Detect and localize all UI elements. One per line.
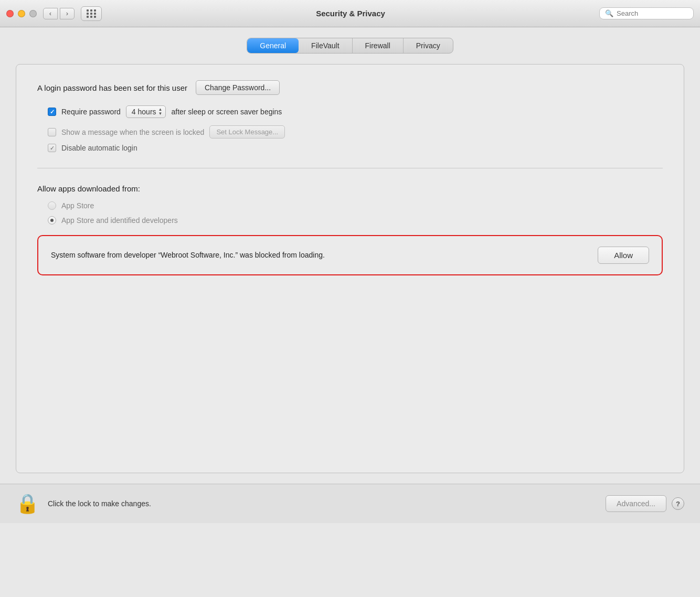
minimize-button[interactable] [18, 10, 25, 17]
app-store-identified-radio[interactable] [48, 216, 56, 225]
lock-text: Click the lock to make changes. [48, 499, 151, 508]
password-time-value: 4 hours [132, 108, 156, 116]
password-row: A login password has been set for this u… [37, 80, 663, 95]
back-button[interactable]: ‹ [43, 8, 58, 19]
tab-general[interactable]: General [247, 38, 299, 53]
panel: A login password has been set for this u… [16, 64, 684, 473]
require-password-row: Require password 4 hours ▲▼ after sleep … [48, 105, 663, 118]
disable-autologin-checkbox[interactable] [48, 144, 56, 152]
allow-apps-section: Allow apps downloaded from: App Store Ap… [37, 184, 663, 225]
lock-icon[interactable]: 🔒 [16, 493, 39, 515]
show-message-row: Show a message when the screen is locked… [48, 125, 663, 138]
dropdown-arrows-icon: ▲▼ [158, 108, 163, 116]
allow-button[interactable]: Allow [598, 247, 649, 264]
alert-box: System software from developer “Webroot … [37, 235, 663, 275]
footer-left: 🔒 Click the lock to make changes. [16, 493, 151, 515]
password-label: A login password has been set for this u… [37, 83, 187, 92]
divider [37, 168, 663, 168]
titlebar: ‹ › Security & Privacy 🔍 [0, 0, 700, 27]
show-message-label: Show a message when the screen is locked [61, 128, 204, 136]
grid-icon [87, 9, 97, 18]
tabs-row: General FileVault Firewall Privacy [16, 38, 684, 54]
footer-right: Advanced... ? [606, 495, 684, 512]
maximize-button[interactable] [29, 10, 37, 17]
app-store-label: App Store [61, 201, 94, 210]
require-password-suffix: after sleep or screen saver begins [171, 108, 282, 116]
alert-text: System software from developer “Webroot … [51, 250, 325, 261]
main-content: General FileVault Firewall Privacy A log… [0, 27, 700, 484]
app-store-identified-radio-row: App Store and identified developers [48, 216, 663, 225]
password-time-dropdown[interactable]: 4 hours ▲▼ [126, 105, 166, 118]
tab-firewall[interactable]: Firewall [353, 38, 404, 53]
require-password-label: Require password [61, 108, 121, 116]
close-button[interactable] [6, 10, 14, 17]
tab-privacy[interactable]: Privacy [404, 38, 453, 53]
disable-autologin-label: Disable automatic login [61, 144, 137, 152]
app-store-radio[interactable] [48, 201, 56, 210]
forward-button[interactable]: › [60, 8, 75, 19]
search-icon: 🔍 [605, 9, 613, 17]
traffic-lights [6, 10, 37, 17]
help-button[interactable]: ? [672, 497, 684, 510]
disable-autologin-row: Disable automatic login [48, 144, 663, 152]
search-input[interactable] [617, 9, 680, 17]
set-lock-message-button[interactable]: Set Lock Message... [209, 125, 285, 138]
app-store-radio-row: App Store [48, 201, 663, 210]
tab-filevault[interactable]: FileVault [299, 38, 352, 53]
advanced-button[interactable]: Advanced... [606, 495, 666, 512]
show-message-checkbox[interactable] [48, 128, 56, 136]
password-section: A login password has been set for this u… [37, 80, 663, 152]
search-box[interactable]: 🔍 [599, 7, 694, 19]
window-title: Security & Privacy [108, 9, 593, 18]
change-password-button[interactable]: Change Password... [196, 80, 280, 95]
app-grid-button[interactable] [81, 6, 102, 21]
tabs-container: General FileVault Firewall Privacy [247, 38, 453, 54]
nav-buttons: ‹ › [43, 8, 75, 19]
app-store-identified-label: App Store and identified developers [61, 216, 178, 225]
allow-apps-title: Allow apps downloaded from: [37, 184, 663, 193]
footer: 🔒 Click the lock to make changes. Advanc… [0, 484, 700, 523]
require-password-checkbox[interactable] [48, 108, 56, 116]
